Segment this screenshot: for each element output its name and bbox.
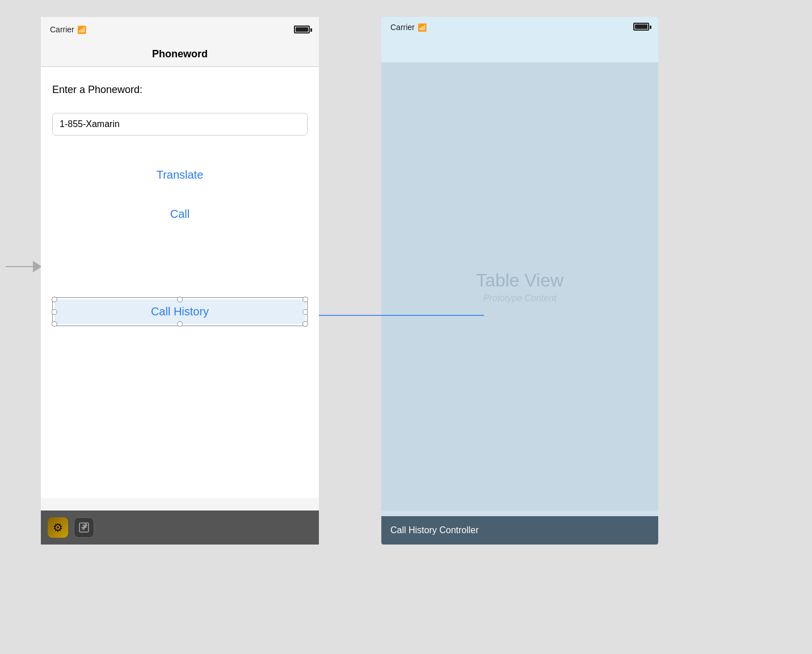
handle-tr[interactable] [302,297,308,302]
left-nav-bar: Phoneword [41,42,319,67]
call-button[interactable]: Call [52,203,308,225]
phone-toolbar: ⚙ [41,510,319,545]
handle-br[interactable] [302,321,308,327]
phoneword-input[interactable] [52,113,308,136]
enter-phoneword-label: Enter a Phoneword: [52,84,308,96]
call-history-button[interactable]: Call History [54,299,305,324]
table-view-label: Table View [476,270,563,291]
main-content-area: Enter a Phoneword: Translate Call Call H… [41,67,319,498]
table-view-sublabel: Prototype Content [483,293,557,303]
left-carrier: Carrier 📶 [50,25,86,34]
arrow-body [6,266,33,267]
gear-icon[interactable]: ⚙ [48,517,68,538]
carrier-text: Carrier [50,25,74,34]
wifi-icon: 📶 [77,26,86,34]
right-wifi-icon: 📶 [418,23,427,32]
segue-arrow [6,261,42,272]
selection-handles: Call History [52,297,308,326]
battery-icon [294,26,310,33]
handle-tm[interactable] [177,297,183,302]
handle-tl[interactable] [52,297,57,302]
nav-title: Phoneword [152,48,208,60]
call-history-wrapper: Call History [52,297,308,326]
table-view-area: Table View Prototype Content [381,62,658,510]
handle-bm[interactable] [177,321,183,327]
left-status-bar: Carrier 📶 [41,17,319,42]
export-icon[interactable] [74,517,94,538]
handle-bl[interactable] [52,321,57,327]
right-battery-icon [633,23,649,31]
handle-ml[interactable] [52,309,57,315]
translate-button[interactable]: Translate [52,164,308,186]
right-status-bar: Carrier 📶 [381,17,658,62]
left-phone: Carrier 📶 Phoneword Enter a Phoneword: T… [41,17,319,545]
call-history-controller-label: Call History Controller [390,525,479,535]
right-phone: Carrier 📶 Table View Prototype Content C… [381,17,658,545]
right-phone-footer: Call History Controller [381,516,658,545]
right-carrier: Carrier 📶 [390,23,427,32]
right-carrier-text: Carrier [390,23,415,32]
handle-mr[interactable] [302,309,308,315]
